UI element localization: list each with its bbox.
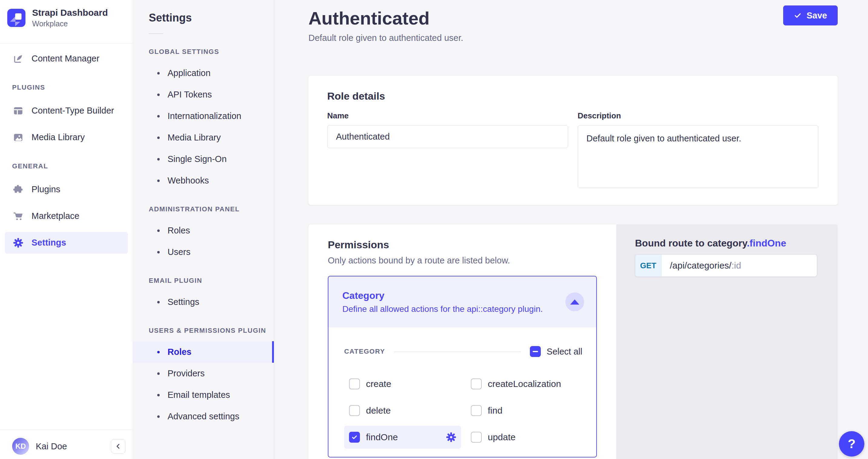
subnav-item-application[interactable]: Application [133, 62, 274, 84]
subnav-item-api-tokens[interactable]: API Tokens [133, 84, 274, 105]
sidebar-item-label: Content-Type Builder [32, 106, 114, 116]
action-checkbox-row-findone[interactable]: findOne [344, 426, 461, 449]
subnav-item-up-roles[interactable]: Roles [133, 341, 274, 363]
puzzle-icon [13, 184, 24, 195]
save-button[interactable]: Save [783, 5, 838, 26]
subnav-item-up-advanced-settings[interactable]: Advanced settings [133, 406, 274, 427]
strapi-logo-icon [7, 9, 26, 27]
route-path-base: /api/categories/ [670, 260, 731, 271]
checkbox-unchecked[interactable] [349, 379, 360, 389]
select-all-checkbox[interactable] [530, 346, 541, 357]
sidebar-item-label: Marketplace [32, 211, 80, 221]
collapse-accordion-button[interactable] [565, 293, 584, 311]
select-all-control[interactable]: Select all [530, 346, 582, 357]
name-input[interactable] [327, 125, 568, 148]
checkbox-unchecked[interactable] [471, 432, 482, 442]
bullet-icon [157, 179, 160, 182]
sidebar-section-header-plugins: PLUGINS [12, 84, 133, 92]
group-divider [394, 352, 521, 352]
action-checkbox-row[interactable]: update [466, 426, 583, 449]
category-accordion-text: Category Define all allowed actions for … [342, 290, 543, 314]
chevron-up-icon [570, 299, 579, 304]
user-name: Kai Doe [36, 441, 104, 452]
description-label: Description [578, 111, 818, 121]
workspace-switcher[interactable]: Strapi Dashboard Workplace [0, 0, 133, 43]
checkbox-unchecked[interactable] [471, 379, 482, 389]
avatar[interactable]: KD [12, 438, 29, 455]
subnav-section-administration-panel: ADMINISTRATION PANEL Roles Users [133, 205, 274, 263]
bullet-icon [157, 301, 160, 303]
subnav-item-label: Media Library [167, 133, 221, 142]
action-label: createLocalization [488, 379, 561, 389]
route-path: /api/categories/:id [661, 255, 749, 276]
http-method-badge: GET [635, 255, 661, 276]
subnav-section-header: GLOBAL SETTINGS [149, 48, 274, 56]
bullet-icon [157, 115, 160, 118]
subnav-item-label: Single Sign-On [167, 154, 227, 164]
checkbox-unchecked[interactable] [471, 405, 482, 416]
bullet-icon [157, 416, 160, 418]
page-subtitle: Default role given to authenticated user… [308, 33, 463, 43]
permissions-section: Permissions Only actions bound by a rout… [308, 224, 838, 459]
action-checkbox-row[interactable]: create [344, 372, 461, 395]
sidebar-item-marketplace[interactable]: Marketplace [5, 205, 128, 227]
bullet-icon [157, 72, 160, 74]
collapse-sidebar-button[interactable] [111, 439, 125, 454]
action-checkbox-row[interactable]: delete [344, 399, 461, 422]
subnav-item-internationalization[interactable]: Internationalization [133, 105, 274, 127]
subnav-section-email-plugin: EMAIL PLUGIN Settings [133, 277, 274, 313]
layout-grid-icon [13, 105, 24, 116]
permissions-heading: Permissions [328, 239, 597, 251]
subnav-item-single-sign-on[interactable]: Single Sign-On [133, 149, 274, 170]
subnav-item-media-library[interactable]: Media Library [133, 127, 274, 149]
description-textarea[interactable]: Default role given to authenticated user… [578, 125, 818, 188]
subnav-item-label: Providers [167, 368, 205, 379]
help-button[interactable]: ? [839, 431, 864, 457]
action-checkbox-row[interactable]: find [466, 399, 583, 422]
settings-subnav: Settings GLOBAL SETTINGS Application API… [133, 0, 274, 459]
sidebar-item-label: Content Manager [32, 54, 99, 64]
role-details-card: Role details Name Description Default ro… [308, 76, 838, 205]
sidebar-item-label: Media Library [32, 132, 85, 142]
role-details-form: Name Description Default role given to a… [327, 111, 818, 189]
category-accordion-title: Category [342, 290, 543, 301]
permissions-subtitle: Only actions bound by a route are listed… [328, 256, 597, 265]
strapi-admin-app: Strapi Dashboard Workplace Content Manag… [0, 0, 868, 459]
name-label: Name [327, 111, 568, 121]
sidebar-item-label: Plugins [32, 185, 60, 194]
sidebar-item-content-manager[interactable]: Content Manager [5, 48, 128, 70]
main-sidebar: Strapi Dashboard Workplace Content Manag… [0, 0, 133, 459]
sidebar-item-media-library[interactable]: Media Library [5, 127, 128, 149]
action-settings-button[interactable] [446, 432, 456, 442]
checkbox-checked[interactable] [349, 432, 360, 442]
subnav-item-admin-roles[interactable]: Roles [133, 220, 274, 241]
bound-route-title: Bound route to category.findOne [635, 238, 817, 249]
picture-icon [13, 132, 24, 143]
feather-pen-icon [13, 53, 24, 64]
checkbox-unchecked[interactable] [349, 405, 360, 416]
sidebar-item-settings[interactable]: Settings [5, 232, 128, 254]
action-label: find [488, 405, 502, 416]
bullet-icon [157, 351, 160, 353]
category-accordion: Category Define all allowed actions for … [328, 276, 597, 458]
select-all-label: Select all [547, 347, 582, 357]
subnav-item-up-providers[interactable]: Providers [133, 363, 274, 384]
bullet-icon [157, 251, 160, 254]
category-accordion-header[interactable]: Category Define all allowed actions for … [329, 276, 596, 327]
sidebar-item-plugins[interactable]: Plugins [5, 178, 128, 200]
subnav-section-header: EMAIL PLUGIN [149, 277, 274, 285]
brand-text: Strapi Dashboard Workplace [32, 7, 108, 28]
subnav-section-global-settings: GLOBAL SETTINGS Application API Tokens I… [133, 48, 274, 191]
action-label: delete [366, 405, 391, 416]
subnav-item-up-email-templates[interactable]: Email templates [133, 384, 274, 406]
subnav-item-label: Application [167, 68, 211, 78]
subnav-item-webhooks[interactable]: Webhooks [133, 170, 274, 191]
bound-route-panel: Bound route to category.findOne GET /api… [616, 224, 838, 459]
subnav-item-admin-users[interactable]: Users [133, 241, 274, 263]
subnav-section-header: ADMINISTRATION PANEL [149, 205, 274, 213]
subnav-item-email-settings[interactable]: Settings [133, 291, 274, 313]
subnav-item-label: Webhooks [167, 175, 209, 186]
bullet-icon [157, 94, 160, 96]
action-checkbox-row[interactable]: createLocalization [466, 372, 583, 395]
sidebar-item-content-type-builder[interactable]: Content-Type Builder [5, 100, 128, 122]
